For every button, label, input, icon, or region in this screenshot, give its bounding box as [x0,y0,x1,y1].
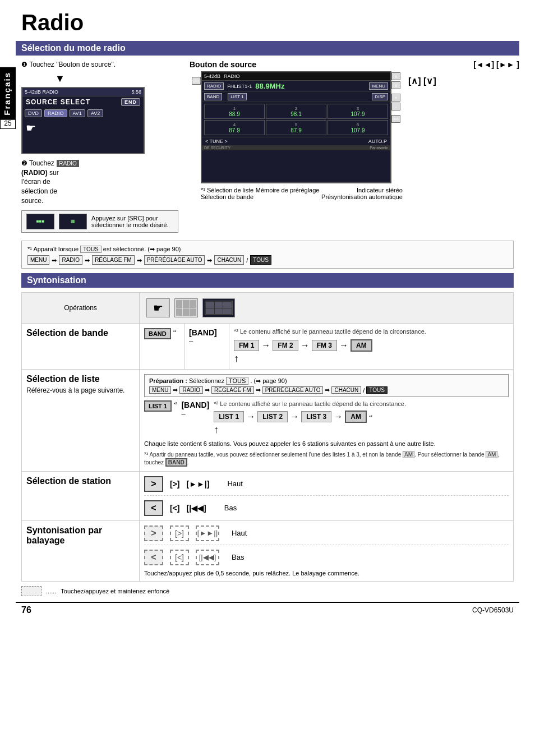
band-flow: FM 1 → FM 2 → FM 3 → AM [234,339,509,352]
right-btn[interactable]: + [391,94,400,102]
screen-time: 5:56 [131,89,141,95]
list-bracket-label: [BAND] [181,400,209,409]
note-text: Apparaît lorsque [33,246,80,252]
prep-reglage: RÉGLAGE FM [211,386,254,394]
end-button[interactable]: END [121,98,140,106]
touch-icon: ☛ [146,298,170,317]
list3-btn: LIST 3 [301,411,331,422]
prep-box: Préparation : Sélectionnez TOUS . (➡ pag… [144,374,509,397]
screen-icon [202,298,235,317]
list-arrow2: → [290,412,299,422]
arrow4: ➡ [207,256,212,265]
bs-menu[interactable]: MENU [369,82,388,90]
bs-list1[interactable]: LIST 1 [228,93,246,100]
presynto-ann: Présyntonisation automatique [321,193,403,200]
bas-label2: Bas [232,553,244,561]
preset-1: 188.9 [204,104,265,119]
rew-btn[interactable]: < [144,500,163,516]
prep-tous-dark: TOUS [366,386,388,394]
mini-screen: ■■■ [26,214,54,229]
bs-band[interactable]: BAND [204,93,222,100]
band-note-ref: *² [173,329,176,334]
up-btn[interactable]: ∧ [391,72,400,80]
prep-menu: MENU [149,386,171,394]
skip-rew-bracket: [|◀◀] [186,504,206,513]
reglage-btn: RÉGLAGE FM [92,255,135,265]
list-arrow1: → [246,412,255,422]
bottom-page-number: 76 [21,605,31,615]
bottom-footnote: ...... Touchez/appuyez et maintenez enfo… [21,586,514,596]
skip-fwd-bracket: [►►|] [186,480,209,488]
src-note: ■■■ ▦ Appuyez sur [SRC] pour sélectionne… [21,210,178,233]
prep-radio: RADIO [179,386,203,394]
sel-bande-ann: Sélection de bande [201,193,253,200]
scan-skip-rew: [|◀◀] [196,550,219,565]
prep-arrow3: ➡ [256,386,261,394]
dots-label: ...... [46,588,56,594]
list-arrow3: → [334,412,343,422]
language-sidebar: Français [0,67,16,120]
radio-button[interactable]: RADIO [44,109,67,117]
scan-fwd-bracket: [>] [170,525,189,541]
ops-label: Opérations [22,293,140,324]
src-side-btn[interactable]: SRC [192,77,201,85]
sel-liste-sub: Référez-vous à la page suivante. [26,386,135,394]
prep-arrow2: ➡ [205,386,210,394]
grid-icon [174,298,198,317]
arrow3: ➡ [137,256,142,265]
prep-slash: / [363,387,365,394]
model-number: CQ-VD6503U [472,606,514,614]
tune-ctrl[interactable]: < TUNE > [205,139,228,144]
list-flow: LIST 1 → LIST 2 → LIST 3 → AM *³ [214,411,406,423]
list-note2: *² Le contenu affiché sur le panneau tac… [214,400,406,407]
source-select-screen: 5-42dB RADIO 5:56 SOURCE SELECT END DVD … [21,87,145,154]
bouton-source-label: Bouton de source [190,60,256,69]
dvd-button[interactable]: DVD [25,109,42,117]
am-list-btn: AM [345,411,367,423]
fm1-btn: FM 1 [234,340,259,351]
bs-disp[interactable]: DISP [372,93,388,100]
step-arrow: ▼ [55,73,178,85]
list1-screen-btn: LIST 1 [144,400,172,412]
touch-indicator: ☛ [22,119,144,137]
side-controls: ∧ ∨ + - DVD [391,72,400,123]
bottom-bar: 76 CQ-VD6503U [16,602,519,617]
av2-button[interactable]: AV2 [87,109,103,117]
band-dash: – [189,337,224,345]
section2-header: Syntonisation [21,273,514,288]
fwd-btn[interactable]: > [144,476,163,492]
list1-btn: LIST 1 [214,411,244,422]
av1-button[interactable]: AV1 [70,109,85,117]
brand-label: Panasonic [370,146,388,150]
list-bottom-text1: Chaque liste contient 6 stations. Vous p… [144,439,509,449]
src-btn2[interactable]: DVD [391,115,400,123]
prep-tous: TOUS [226,377,248,385]
am-btn: AM [350,339,372,352]
sel-liste-title: Sélection de liste [26,374,135,384]
prereglage-btn: PRÉRÉGLAGE AUTO [144,255,205,265]
auto-p[interactable]: AUTO.P [368,139,387,144]
preset-6: 6107.9 [328,120,388,135]
screen-title: SOURCE SELECT [26,98,90,106]
prep-arrow4: ➡ [325,386,330,394]
screen-top-info: 5-42dB RADIO [25,89,58,95]
haut-label1: Haut [227,480,242,488]
security-label: DE SECURITY [204,146,230,150]
bs-list-label: FHLIST1-1 [227,84,252,89]
indicateur-ann: Indicateur stéréo [321,187,403,193]
footnote-text: Touchez/appuyez et maintenez enfoncé [61,588,169,594]
arrow1: ➡ [52,256,57,265]
note-text2: est sélectionné. (➡ page 90) [103,246,181,252]
preset-2: 298.1 [266,104,326,119]
down-btn[interactable]: ∨ [391,81,400,89]
scan-fwd-btn[interactable]: > [144,525,163,541]
scan-rew-bracket: [<] [170,550,189,565]
scan-rew-btn[interactable]: < [144,550,163,565]
am-note-ref: *³ [369,414,372,420]
ops-row: Opérations ☛ [22,293,514,324]
memoire-ann: Mémoire de préréglage [256,187,320,193]
list-back-arrow: ↑ [214,424,406,436]
prep-chacun: CHACUN [331,386,361,394]
bs-frequency: 88.9MHz [255,82,284,90]
left-btn[interactable]: - [391,103,400,110]
